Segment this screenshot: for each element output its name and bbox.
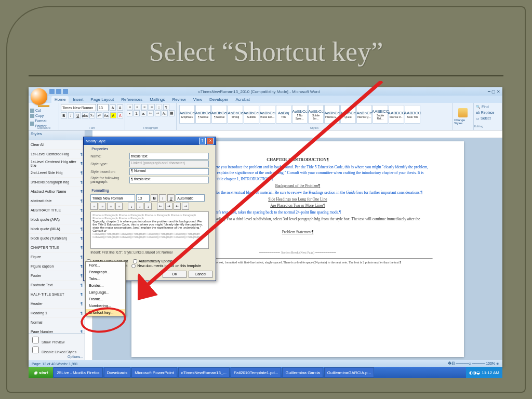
style-item[interactable]: Footnote Text¶ (29, 281, 85, 290)
show-preview-check[interactable]: Show Preview (30, 335, 83, 345)
font-size-select[interactable]: 13 (97, 104, 109, 111)
max-icon[interactable]: ▢ (491, 89, 496, 94)
style-item[interactable]: block quote (Turabian)¶ (29, 234, 85, 243)
style-item[interactable]: Footer¶ (29, 271, 85, 281)
auto-update-check[interactable] (133, 259, 137, 263)
style-item[interactable]: 3rd-level paragraph hdg¶ (29, 178, 85, 187)
style-thumb[interactable]: AaBbCcSubtle Em… (308, 105, 324, 124)
min-icon[interactable]: ━ (488, 89, 490, 94)
taskbar-item[interactable]: GuillerminaGARCIA.p... (324, 367, 374, 378)
style-thumb[interactable]: AaBbCcIntense E… (324, 105, 340, 124)
start-button[interactable]: ◉ start (29, 367, 53, 378)
style-name-input[interactable] (129, 153, 209, 159)
change-styles-button[interactable]: Change Styles (453, 103, 474, 130)
taskbar-item[interactable]: Fall2010Template1.pd... (231, 367, 281, 378)
style-thumb[interactable]: AABBCCIntense R… (389, 105, 404, 124)
style-thumb[interactable]: AaBbCcQuote (340, 105, 356, 124)
style-thumb[interactable]: AaBbCclthesis text… (260, 105, 275, 124)
dlg-size-select[interactable]: 13 (136, 194, 150, 202)
tab-acrobat[interactable]: Acrobat (232, 96, 253, 103)
ok-button[interactable]: OK (163, 271, 187, 278)
style-thumb[interactable]: AABBCCBook Title (405, 105, 420, 124)
menu-border[interactable]: Border... (86, 282, 125, 289)
quick-access-toolbar[interactable] (49, 89, 68, 94)
tab-review[interactable]: Review (169, 96, 189, 103)
dialog-titlebar[interactable]: Modify Style ?✕ (84, 137, 216, 145)
style-thumb[interactable]: AaBb(Title (276, 105, 291, 124)
style-thumb[interactable]: AaBbCcEmphasis (179, 105, 195, 124)
style-type-select: Linked (paragraph and character) (129, 161, 209, 167)
taskbar-item[interactable]: 25Live - Mozilla Firefox (54, 367, 102, 378)
style-item[interactable]: Normal¶ (29, 318, 85, 327)
style-item[interactable]: Abstract Author Name¶ (29, 187, 85, 196)
style-item[interactable]: ABSTRACT TITLE¶ (29, 206, 85, 215)
system-tray[interactable]: ◐◑◒ 11:12 AM (466, 367, 502, 378)
style-item[interactable]: abstract date¶ (29, 196, 85, 206)
style-item[interactable]: Page Number¶ (29, 327, 85, 333)
tab-insert[interactable]: Insert (70, 96, 86, 103)
select-button[interactable]: ▭ Select (476, 115, 500, 121)
tab-developer[interactable]: Developer (206, 96, 231, 103)
new-template-radio[interactable] (131, 264, 136, 268)
styles-options-link[interactable]: Options... (30, 355, 83, 358)
cut-button[interactable]: Cut (30, 108, 57, 113)
dlg-color-select[interactable]: Automatic (176, 194, 205, 202)
menu-tabs[interactable]: Tabs... (86, 275, 125, 282)
clear-all[interactable]: Clear All (29, 140, 85, 150)
cancel-button[interactable]: Cancel (189, 271, 212, 278)
style-item[interactable]: Figure¶ (29, 252, 85, 262)
ribbon: Cut Copy Format Painter Clipboard Times … (29, 103, 502, 130)
taskbar-item[interactable]: Downloads (104, 367, 131, 378)
menu-frame[interactable]: Frame... (86, 296, 125, 302)
style-item[interactable]: CHAPTER TITLE¶ (29, 243, 85, 252)
style-item[interactable]: 1st-Level Centered Hdg¶ (29, 150, 85, 159)
based-on-select[interactable]: ¶ Normal (129, 168, 209, 175)
disable-linked-check[interactable]: Disable Linked Styles (30, 345, 83, 355)
style-thumb[interactable]: AaBbCcl¶ Normal (211, 105, 227, 124)
style-thumb[interactable]: AaBbCcStrong (228, 105, 243, 124)
style-item[interactable]: block quote (MLA)¶ (29, 224, 85, 234)
style-item[interactable]: HALF-TITLE SHEET¶ (29, 290, 85, 299)
ribbon-tabs[interactable]: HomeInsertPage LayoutReferencesMailingsR… (29, 96, 502, 103)
tab-view[interactable]: View (190, 96, 205, 103)
style-item[interactable]: Figure caption¶ (29, 262, 85, 271)
find-button[interactable]: 🔍 Find (476, 104, 500, 110)
taskbar-item[interactable]: Guillermina Garcia (282, 367, 323, 378)
tab-references[interactable]: References (118, 96, 145, 103)
menu-numbering[interactable]: Numbering... (86, 302, 125, 309)
dlg-font-select[interactable]: Times New Roman (90, 194, 135, 202)
close-icon[interactable]: ✕ (497, 89, 500, 94)
style-item[interactable]: Heading 1¶ (29, 309, 85, 318)
copy-button[interactable]: Copy (30, 113, 57, 118)
style-item[interactable]: 2nd-Level Side Hdg¶ (29, 168, 85, 178)
status-bar: Page: 13 of 40 Words: 1,981 �皿 ─────⊙───… (29, 360, 502, 367)
close-icon[interactable]: ✕ (207, 138, 214, 144)
style-item[interactable]: 1st-level Centered Hdg after title¶ (29, 159, 85, 168)
menu-language[interactable]: Language... (86, 289, 125, 296)
tab-home[interactable]: Home (51, 96, 69, 103)
format-dropdown-menu[interactable]: Font...Paragraph...Tabs...Border...Langu… (85, 261, 126, 316)
help-icon[interactable]: ? (199, 138, 206, 144)
style-item[interactable]: block quote (APA)¶ (29, 215, 85, 224)
styles-gallery[interactable]: AaBbCcEmphasisAaBbCcl¶ NormalAaBbCcl¶ No… (178, 104, 450, 125)
divider (29, 75, 503, 76)
window-title: cTimesNewRoman13_2010 [Compatibility Mod… (198, 89, 320, 94)
taskbar-item[interactable]: cTimesNewRoman13_... (178, 367, 230, 378)
menu-shortcutkey[interactable]: Shortcut key... (86, 309, 125, 316)
taskbar-item[interactable]: Microsoft PowerPoint (131, 367, 177, 378)
menu-paragraph[interactable]: Paragraph... (86, 269, 125, 275)
menu-font[interactable]: Font... (86, 262, 125, 269)
style-thumb[interactable]: AaBbCclSubtitle (244, 105, 259, 124)
style-thumb[interactable]: AaBbCcl¶ Normal (195, 105, 211, 124)
tab-mailings[interactable]: Mailings (147, 96, 168, 103)
replace-button[interactable]: ab Replace (476, 110, 500, 115)
following-para-select[interactable]: ¶ thesis text (129, 177, 209, 183)
style-thumb[interactable]: AABBCCSubtle Ref… (373, 105, 388, 124)
font-name-select[interactable]: Times New Roman (61, 104, 96, 111)
style-thumb[interactable]: AaBbCc¶ No Spac… (292, 105, 308, 124)
style-preview: Previous Paragraph Previous Paragraph Pr… (90, 211, 209, 249)
style-thumb[interactable]: AaBbCcIntense Q… (356, 105, 372, 124)
tab-page-layout[interactable]: Page Layout (87, 96, 117, 103)
style-item[interactable]: Header¶ (29, 299, 85, 309)
windows-taskbar[interactable]: ◉ start 25Live - Mozilla FirefoxDownload… (29, 367, 502, 378)
